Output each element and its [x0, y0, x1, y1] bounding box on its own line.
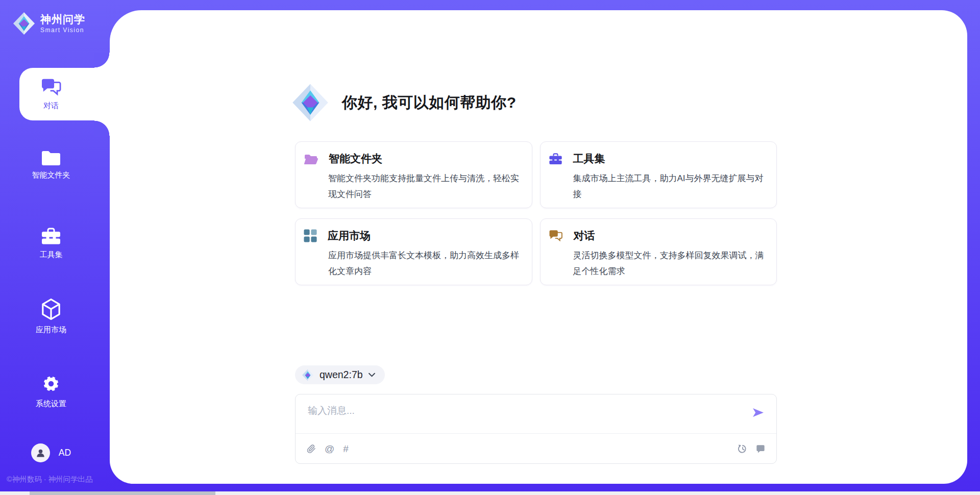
sidebar-item-label: 对话: [43, 101, 59, 111]
composer-toolbar: @ #: [307, 434, 765, 463]
brand-diamond-logo-icon: [12, 12, 36, 35]
cube-icon: [41, 298, 61, 320]
model-selector[interactable]: qwen2:7b: [295, 365, 385, 384]
toolbox-icon: [41, 227, 61, 245]
sidebar-item-toolset[interactable]: 工具集: [0, 227, 102, 260]
main-panel: 你好, 我可以如何帮助你? 智能文件夹 智能文件夹功能支持批量文件上传与清洗，轻…: [110, 10, 967, 484]
mention-button[interactable]: @: [325, 444, 334, 454]
chat-icon: [41, 78, 62, 97]
sidebar-item-label: 智能文件夹: [32, 170, 70, 180]
sidebar-item-smart-folder[interactable]: 智能文件夹: [0, 149, 102, 180]
user-profile[interactable]: AD: [0, 443, 102, 462]
card-title: 对话: [574, 229, 595, 243]
diamond-logo-icon: [302, 369, 314, 381]
horizontal-scrollbar-thumb[interactable]: [30, 491, 215, 495]
person-icon: [35, 448, 46, 458]
diamond-logo-icon: [291, 83, 330, 122]
card-title: 工具集: [573, 152, 605, 166]
greeting: 你好, 我可以如何帮助你?: [291, 83, 517, 122]
message-input[interactable]: [296, 394, 776, 432]
feedback-button[interactable]: [756, 444, 765, 453]
chevron-down-icon: [369, 373, 375, 377]
card-title: 应用市场: [328, 229, 371, 243]
message-composer: @ #: [295, 394, 777, 464]
brand-subtitle: Smart Vision: [40, 27, 85, 34]
sidebar: 神州问学 Smart Vision 对话 智能文件夹 工具集 应用市场 系统设置…: [0, 0, 110, 495]
history-button[interactable]: [738, 444, 747, 454]
card-chat[interactable]: 对话 灵活切换多模型文件，支持多样回复效果调试，满足个性化需求: [540, 218, 777, 285]
send-button[interactable]: [752, 408, 764, 417]
horizontal-scrollbar[interactable]: [0, 491, 980, 495]
sidebar-item-app-market[interactable]: 应用市场: [0, 298, 102, 335]
card-description: 灵活切换多模型文件，支持多样回复效果调试，满足个性化需求: [573, 247, 767, 279]
history-icon: [738, 444, 747, 454]
chat-icon: [549, 230, 563, 242]
card-description: 应用市场提供丰富长文本模板，助力高效生成多样化文章内容: [328, 247, 522, 279]
brand: 神州问学 Smart Vision: [12, 12, 85, 35]
toolbox-icon: [549, 153, 562, 165]
attach-button[interactable]: [307, 444, 316, 454]
card-toolset[interactable]: 工具集 集成市场上主流工具，助力AI与外界无缝扩展与对接: [540, 141, 777, 208]
sidebar-footer: ©神州数码 · 神州问学出品: [7, 475, 93, 484]
avatar: [31, 443, 50, 462]
folder-icon: [41, 149, 61, 166]
gear-icon: [40, 373, 62, 394]
paperclip-icon: [307, 444, 316, 454]
sidebar-item-chat[interactable]: 对话: [19, 68, 110, 120]
hash-icon: #: [343, 443, 349, 454]
card-description: 集成市场上主流工具，助力AI与外界无缝扩展与对接: [573, 170, 767, 202]
at-icon: @: [325, 443, 334, 454]
card-title: 智能文件夹: [329, 152, 382, 166]
card-app-market[interactable]: 应用市场 应用市场提供丰富长文本模板，助力高效生成多样化文章内容: [295, 218, 532, 285]
topic-button[interactable]: #: [343, 444, 349, 454]
user-initials: AD: [59, 448, 71, 458]
brand-name: 神州问学: [40, 13, 85, 26]
model-name: qwen2:7b: [320, 369, 363, 381]
sidebar-item-settings[interactable]: 系统设置: [0, 373, 102, 409]
send-icon: [752, 408, 764, 417]
grid-icon: [304, 229, 317, 242]
sidebar-item-label: 工具集: [40, 250, 63, 260]
sidebar-item-label: 应用市场: [36, 325, 66, 335]
greeting-title: 你好, 我可以如何帮助你?: [342, 92, 517, 113]
chat-bubble-icon: [756, 444, 765, 453]
feature-cards: 智能文件夹 智能文件夹功能支持批量文件上传与清洗，轻松实现文件问答 工具集 集成…: [295, 141, 777, 285]
folder-open-icon: [304, 153, 318, 165]
card-description: 智能文件夹功能支持批量文件上传与清洗，轻松实现文件问答: [328, 170, 522, 202]
card-smart-folder[interactable]: 智能文件夹 智能文件夹功能支持批量文件上传与清洗，轻松实现文件问答: [295, 141, 532, 208]
sidebar-item-label: 系统设置: [36, 399, 66, 409]
